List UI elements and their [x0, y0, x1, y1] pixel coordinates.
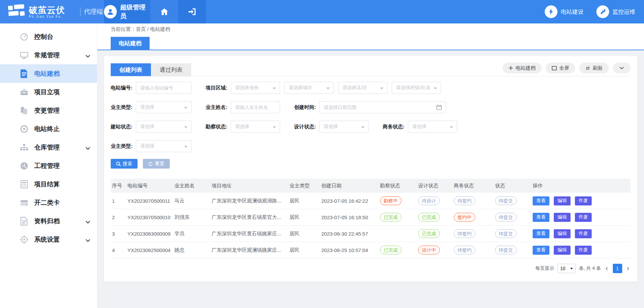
- card-icon: [19, 198, 29, 207]
- username: 超级管理员: [120, 3, 150, 20]
- tab-passed-list[interactable]: 通过列表: [151, 63, 191, 76]
- owner-type-select[interactable]: 请选择: [136, 101, 192, 113]
- status-badge: 待提交: [495, 213, 517, 222]
- next-page-button[interactable]: ›: [626, 265, 631, 272]
- pagination: 每页显示 10 条, 共 4 条 ‹ 1 ›: [111, 264, 631, 273]
- build-status-label: 建站状态:: [111, 124, 132, 130]
- owner-type-label: 业主类型:: [111, 104, 132, 111]
- portal-label: 代理端: [79, 0, 104, 23]
- chevron-down-icon: [273, 126, 276, 128]
- toolbar: 电站建档 全屏 刷新: [502, 63, 631, 76]
- design-status-select[interactable]: 请选择: [319, 121, 369, 133]
- sidebar-item-station-termination[interactable]: 电站终止: [0, 120, 97, 138]
- region-label: 项目区域:: [206, 85, 227, 91]
- view-button[interactable]: 查看: [533, 229, 549, 238]
- chevron-down-icon: [184, 146, 187, 148]
- sidebar-item-warehouse-mgmt[interactable]: 仓库管理: [0, 138, 97, 157]
- page-tab-station-filing[interactable]: 电站建档: [111, 37, 150, 50]
- status-badge: 设计中: [418, 246, 440, 254]
- county-select[interactable]: 请选择县/区: [338, 82, 387, 94]
- date-range-input[interactable]: [319, 101, 446, 113]
- sidebar-item-general-mgmt[interactable]: 常规管理: [0, 46, 97, 64]
- dashboard-icon: [19, 33, 29, 41]
- tab-create-list[interactable]: 创建列表: [111, 63, 151, 76]
- chevron-down-icon: [86, 145, 90, 151]
- sidebar: 控制台 常规管理 电站建档 项目立项: [0, 23, 97, 308]
- breadcrumb-bar: 当前位置：首页 / 电站建档 电站建档: [97, 23, 644, 50]
- owner-type2-label: 业主类型:: [111, 143, 132, 149]
- table-row: 4 YX2023062500004 姚忠 广东深圳龙华区观澜镇姚家庄... 居民…: [111, 242, 631, 258]
- page-number-1[interactable]: 1: [613, 264, 622, 273]
- nav-monitor-ops[interactable]: 监控运维: [596, 5, 635, 18]
- void-button[interactable]: 作废: [575, 213, 592, 222]
- chevron-down-icon: [570, 268, 573, 269]
- home-icon: [160, 8, 168, 15]
- user-menu[interactable]: 超级管理员: [104, 0, 150, 23]
- status-badge: 已完成: [418, 213, 440, 222]
- main-content: 当前位置：首页 / 电站建档 电站建档 创建列表 通过列表 电站建档 全屏: [97, 23, 644, 308]
- nav-station-build[interactable]: 电站建设: [545, 5, 584, 18]
- status-badge: 待提交: [495, 246, 517, 254]
- void-button[interactable]: 作废: [575, 246, 592, 255]
- build-status-select[interactable]: 请选择: [136, 121, 192, 133]
- status-badge: 签约中: [454, 213, 475, 222]
- void-button[interactable]: 作废: [575, 196, 592, 205]
- table-row: 3 YX2023063000009 学员 广东深圳龙华区黄石镇姚家庄... 居民…: [111, 226, 631, 242]
- chevron-down-icon: [86, 53, 90, 59]
- refresh-button[interactable]: 刷新: [579, 63, 609, 73]
- station-code-label: 电站编号:: [111, 85, 132, 91]
- per-page-select[interactable]: 10: [557, 264, 576, 273]
- edit-button[interactable]: 编辑: [554, 246, 571, 255]
- sidebar-item-data-archive[interactable]: 资料归档: [0, 212, 97, 230]
- logout-button[interactable]: [178, 0, 206, 23]
- business-status-select[interactable]: 请选择: [408, 121, 457, 133]
- status-badge: 勘察中: [380, 196, 401, 205]
- town-select[interactable]: 请选择村镇/街道: [392, 82, 441, 94]
- sidebar-item-project-initiation[interactable]: 项目立项: [0, 83, 97, 101]
- settings-icon: [19, 235, 29, 244]
- sidebar-item-system-settings[interactable]: 系统设置: [0, 230, 97, 249]
- view-button[interactable]: 查看: [533, 246, 549, 255]
- chevron-down-icon: [86, 237, 90, 243]
- fullscreen-icon: [552, 66, 557, 70]
- sidebar-item-dashboard[interactable]: 控制台: [0, 27, 97, 46]
- edit-button[interactable]: 编辑: [554, 229, 571, 238]
- province-select[interactable]: 请选择省份: [231, 82, 280, 94]
- create-station-button[interactable]: 电站建档: [502, 63, 542, 73]
- search-icon: [116, 162, 121, 166]
- view-button[interactable]: 查看: [533, 213, 549, 222]
- table-row: 2 YX2023070500010 刘强东 广东深圳龙华区黄石镇星官大... 居…: [111, 209, 631, 226]
- sidebar-item-change-mgmt[interactable]: 变更管理: [0, 101, 97, 120]
- logo-icon: [8, 4, 25, 19]
- void-button[interactable]: 作废: [575, 229, 592, 238]
- owner-name-input[interactable]: [231, 101, 280, 113]
- prev-page-button[interactable]: ‹: [604, 265, 609, 272]
- calendar-icon: [436, 105, 442, 110]
- search-button[interactable]: 搜索: [111, 159, 138, 169]
- chevron-down-icon: [450, 126, 453, 128]
- fullscreen-button[interactable]: 全屏: [546, 63, 575, 73]
- sidebar-item-engineering-mgmt[interactable]: 工程管理: [0, 157, 97, 175]
- filter-panel: 电站编号: 项目区域: 请选择省份 请选择城市 请选择县/区 请选择村镇/街道 …: [111, 82, 631, 169]
- status-badge: 待签约: [454, 196, 475, 205]
- edit-button[interactable]: 编辑: [554, 213, 571, 222]
- edit-button[interactable]: 编辑: [554, 196, 571, 205]
- home-button[interactable]: [150, 0, 178, 23]
- sidebar-item-open-class2-card[interactable]: 开二类卡: [0, 193, 97, 212]
- collapse-button[interactable]: [613, 63, 631, 73]
- city-select[interactable]: 请选择城市: [284, 82, 334, 94]
- target-icon: [19, 125, 29, 133]
- per-page-suffix: 条, 共 4 条: [579, 265, 601, 271]
- status-badge: 待提交: [495, 196, 517, 205]
- view-button[interactable]: 查看: [533, 196, 549, 205]
- sitemap-icon: [19, 143, 29, 152]
- sidebar-item-project-settlement[interactable]: 项目结算: [0, 175, 97, 193]
- survey-status-select[interactable]: 请选择: [231, 121, 280, 133]
- station-code-input[interactable]: [136, 82, 192, 94]
- owner-type2-select[interactable]: 请选择: [136, 140, 192, 152]
- sidebar-item-station-filing[interactable]: 电站建档: [0, 64, 97, 83]
- wrench-icon: [599, 8, 606, 15]
- chevron-down-icon: [184, 126, 187, 128]
- reset-button[interactable]: 重置: [143, 159, 170, 169]
- copy-icon: [19, 106, 29, 115]
